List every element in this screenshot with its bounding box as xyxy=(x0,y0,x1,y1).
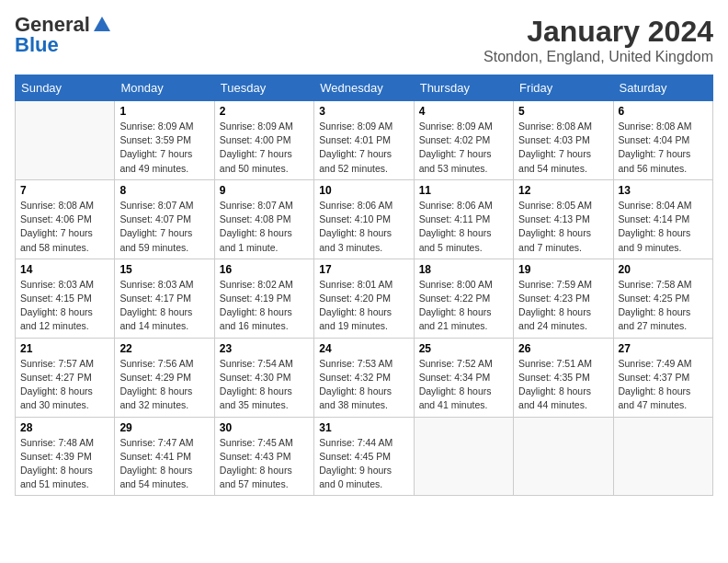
day-number: 31 xyxy=(319,421,408,434)
calendar-subtitle: Stondon, England, United Kingdom xyxy=(483,49,713,65)
day-number: 30 xyxy=(220,421,309,434)
day-cell xyxy=(414,417,513,496)
day-cell: 17Sunrise: 8:01 AM Sunset: 4:20 PM Dayli… xyxy=(314,259,414,338)
day-number: 3 xyxy=(319,105,408,118)
day-number: 22 xyxy=(119,342,209,355)
week-row-4: 21Sunrise: 7:57 AM Sunset: 4:27 PM Dayli… xyxy=(16,338,713,417)
day-cell: 21Sunrise: 7:57 AM Sunset: 4:27 PM Dayli… xyxy=(16,338,115,417)
week-row-3: 14Sunrise: 8:03 AM Sunset: 4:15 PM Dayli… xyxy=(16,259,713,338)
day-number: 28 xyxy=(20,421,109,434)
day-number: 18 xyxy=(419,263,508,276)
day-cell: 20Sunrise: 7:58 AM Sunset: 4:25 PM Dayli… xyxy=(613,259,712,338)
weekday-header-thursday: Thursday xyxy=(414,75,513,101)
day-cell xyxy=(514,417,613,496)
day-number: 26 xyxy=(518,342,608,355)
day-info: Sunrise: 7:51 AM Sunset: 4:35 PM Dayligh… xyxy=(518,357,608,413)
day-number: 19 xyxy=(518,263,608,276)
day-info: Sunrise: 8:01 AM Sunset: 4:20 PM Dayligh… xyxy=(319,278,408,334)
day-cell: 14Sunrise: 8:03 AM Sunset: 4:15 PM Dayli… xyxy=(16,259,115,338)
day-cell: 15Sunrise: 8:03 AM Sunset: 4:17 PM Dayli… xyxy=(115,259,214,338)
day-number: 9 xyxy=(220,184,309,197)
day-cell: 6Sunrise: 8:08 AM Sunset: 4:04 PM Daylig… xyxy=(613,101,712,180)
day-cell: 24Sunrise: 7:53 AM Sunset: 4:32 PM Dayli… xyxy=(314,338,414,417)
day-cell: 26Sunrise: 7:51 AM Sunset: 4:35 PM Dayli… xyxy=(514,338,613,417)
day-number: 20 xyxy=(619,263,708,276)
day-info: Sunrise: 7:56 AM Sunset: 4:29 PM Dayligh… xyxy=(119,357,209,413)
day-cell: 1Sunrise: 8:09 AM Sunset: 3:59 PM Daylig… xyxy=(115,101,214,180)
day-info: Sunrise: 8:09 AM Sunset: 3:59 PM Dayligh… xyxy=(119,120,209,176)
weekday-header-tuesday: Tuesday xyxy=(214,75,313,101)
day-number: 27 xyxy=(619,342,708,355)
day-number: 6 xyxy=(619,105,708,118)
day-info: Sunrise: 8:04 AM Sunset: 4:14 PM Dayligh… xyxy=(619,199,708,255)
day-cell: 30Sunrise: 7:45 AM Sunset: 4:43 PM Dayli… xyxy=(214,417,313,496)
day-info: Sunrise: 8:03 AM Sunset: 4:15 PM Dayligh… xyxy=(20,278,109,334)
day-cell: 31Sunrise: 7:44 AM Sunset: 4:45 PM Dayli… xyxy=(314,417,414,496)
day-cell: 12Sunrise: 8:05 AM Sunset: 4:13 PM Dayli… xyxy=(514,179,613,259)
day-number: 25 xyxy=(419,342,508,355)
day-number: 17 xyxy=(319,263,408,276)
day-number: 4 xyxy=(419,105,508,118)
calendar-table: SundayMondayTuesdayWednesdayThursdayFrid… xyxy=(15,75,713,496)
day-info: Sunrise: 7:53 AM Sunset: 4:32 PM Dayligh… xyxy=(319,357,408,413)
day-info: Sunrise: 7:48 AM Sunset: 4:39 PM Dayligh… xyxy=(20,436,109,492)
day-number: 8 xyxy=(119,184,209,197)
day-info: Sunrise: 8:02 AM Sunset: 4:19 PM Dayligh… xyxy=(220,278,309,334)
day-info: Sunrise: 8:09 AM Sunset: 4:02 PM Dayligh… xyxy=(419,120,508,176)
day-info: Sunrise: 8:09 AM Sunset: 4:01 PM Dayligh… xyxy=(319,120,408,176)
day-info: Sunrise: 8:09 AM Sunset: 4:00 PM Dayligh… xyxy=(220,120,309,176)
day-info: Sunrise: 8:03 AM Sunset: 4:17 PM Dayligh… xyxy=(119,278,209,334)
day-cell: 10Sunrise: 8:06 AM Sunset: 4:10 PM Dayli… xyxy=(314,179,414,259)
day-info: Sunrise: 8:06 AM Sunset: 4:10 PM Dayligh… xyxy=(319,199,408,255)
day-number: 7 xyxy=(20,184,109,197)
day-cell xyxy=(613,417,712,496)
day-cell: 13Sunrise: 8:04 AM Sunset: 4:14 PM Dayli… xyxy=(613,179,712,259)
weekday-header-sunday: Sunday xyxy=(16,75,115,101)
weekday-header-saturday: Saturday xyxy=(613,75,712,101)
logo-general-text: General xyxy=(15,15,90,35)
header: General Blue January 2024 Stondon, Engla… xyxy=(15,15,713,65)
day-info: Sunrise: 8:08 AM Sunset: 4:06 PM Dayligh… xyxy=(20,199,109,255)
week-row-5: 28Sunrise: 7:48 AM Sunset: 4:39 PM Dayli… xyxy=(16,417,713,496)
day-cell: 22Sunrise: 7:56 AM Sunset: 4:29 PM Dayli… xyxy=(115,338,214,417)
day-number: 13 xyxy=(619,184,708,197)
day-cell: 18Sunrise: 8:00 AM Sunset: 4:22 PM Dayli… xyxy=(414,259,513,338)
day-info: Sunrise: 7:58 AM Sunset: 4:25 PM Dayligh… xyxy=(619,278,708,334)
logo: General Blue xyxy=(15,15,112,55)
day-info: Sunrise: 7:47 AM Sunset: 4:41 PM Dayligh… xyxy=(119,436,209,492)
day-cell: 4Sunrise: 8:09 AM Sunset: 4:02 PM Daylig… xyxy=(414,101,513,180)
day-info: Sunrise: 7:59 AM Sunset: 4:23 PM Dayligh… xyxy=(518,278,608,334)
day-cell: 5Sunrise: 8:08 AM Sunset: 4:03 PM Daylig… xyxy=(514,101,613,180)
day-info: Sunrise: 7:52 AM Sunset: 4:34 PM Dayligh… xyxy=(419,357,508,413)
logo-icon xyxy=(92,15,112,35)
day-number: 1 xyxy=(119,105,209,118)
day-info: Sunrise: 8:08 AM Sunset: 4:04 PM Dayligh… xyxy=(619,120,708,176)
svg-marker-0 xyxy=(94,17,110,31)
day-number: 15 xyxy=(119,263,209,276)
week-row-1: 1Sunrise: 8:09 AM Sunset: 3:59 PM Daylig… xyxy=(16,101,713,180)
day-cell: 16Sunrise: 8:02 AM Sunset: 4:19 PM Dayli… xyxy=(214,259,313,338)
day-number: 29 xyxy=(119,421,209,434)
day-number: 2 xyxy=(220,105,309,118)
day-info: Sunrise: 8:08 AM Sunset: 4:03 PM Dayligh… xyxy=(518,120,608,176)
day-cell: 27Sunrise: 7:49 AM Sunset: 4:37 PM Dayli… xyxy=(613,338,712,417)
day-info: Sunrise: 8:05 AM Sunset: 4:13 PM Dayligh… xyxy=(518,199,608,255)
logo-blue-text: Blue xyxy=(15,35,59,55)
day-info: Sunrise: 7:54 AM Sunset: 4:30 PM Dayligh… xyxy=(220,357,309,413)
day-info: Sunrise: 8:07 AM Sunset: 4:07 PM Dayligh… xyxy=(119,199,209,255)
day-number: 21 xyxy=(20,342,109,355)
day-cell xyxy=(16,101,115,180)
day-cell: 3Sunrise: 8:09 AM Sunset: 4:01 PM Daylig… xyxy=(314,101,414,180)
weekday-header-row: SundayMondayTuesdayWednesdayThursdayFrid… xyxy=(16,75,713,101)
day-cell: 7Sunrise: 8:08 AM Sunset: 4:06 PM Daylig… xyxy=(16,179,115,259)
calendar-title: January 2024 xyxy=(483,15,713,49)
day-cell: 9Sunrise: 8:07 AM Sunset: 4:08 PM Daylig… xyxy=(214,179,313,259)
title-area: January 2024 Stondon, England, United Ki… xyxy=(483,15,713,65)
weekday-header-wednesday: Wednesday xyxy=(314,75,414,101)
day-info: Sunrise: 8:07 AM Sunset: 4:08 PM Dayligh… xyxy=(220,199,309,255)
weekday-header-friday: Friday xyxy=(514,75,613,101)
day-number: 12 xyxy=(518,184,608,197)
weekday-header-monday: Monday xyxy=(115,75,214,101)
day-info: Sunrise: 8:00 AM Sunset: 4:22 PM Dayligh… xyxy=(419,278,508,334)
day-number: 16 xyxy=(220,263,309,276)
